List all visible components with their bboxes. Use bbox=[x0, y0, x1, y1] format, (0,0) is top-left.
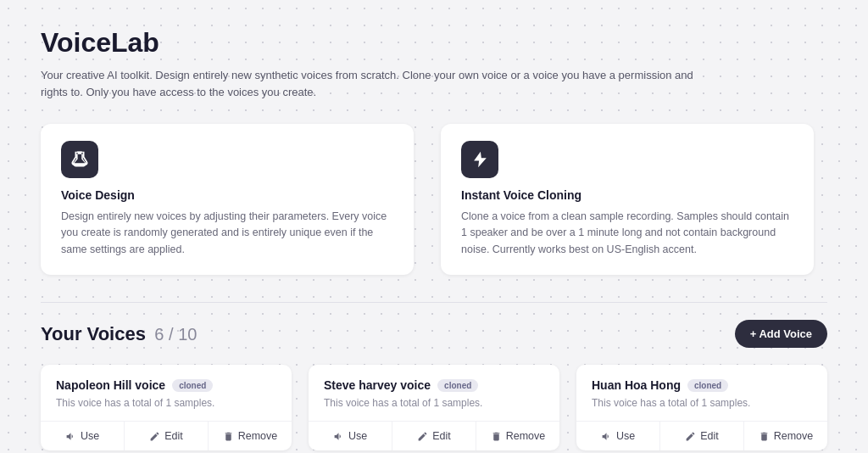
bolt-icon bbox=[461, 141, 498, 178]
voice-edit-button-2[interactable]: Edit bbox=[660, 422, 744, 450]
voice-edit-button-0[interactable]: Edit bbox=[125, 422, 209, 450]
voices-header: Your Voices 6 / 10 + Add Voice bbox=[41, 302, 827, 348]
voice-use-button-1[interactable]: Use bbox=[309, 422, 392, 450]
add-voice-button[interactable]: + Add Voice bbox=[735, 320, 827, 348]
voice-use-button-2[interactable]: Use bbox=[576, 422, 660, 450]
voice-design-card[interactable]: Voice Design Design entirely new voices … bbox=[41, 124, 414, 275]
voice-card-1: Steve harvey voice cloned This voice has… bbox=[309, 365, 559, 450]
voice-name-0: Napoleon Hill voice bbox=[56, 378, 165, 392]
voice-use-button-0[interactable]: Use bbox=[41, 422, 125, 450]
instant-voice-cloning-card[interactable]: Instant Voice Cloning Clone a voice from… bbox=[441, 124, 814, 275]
voice-edit-button-1[interactable]: Edit bbox=[392, 422, 476, 450]
instant-voice-cloning-title: Instant Voice Cloning bbox=[461, 188, 793, 202]
voice-badge-2: cloned bbox=[687, 379, 728, 392]
voice-actions-2: Use Edit Remove bbox=[576, 421, 827, 450]
voice-remove-button-0[interactable]: Remove bbox=[209, 422, 292, 450]
voice-samples-1: This voice has a total of 1 samples. bbox=[324, 397, 544, 409]
voice-badge-0: cloned bbox=[172, 379, 213, 392]
voice-badge-1: cloned bbox=[437, 379, 478, 392]
voice-samples-2: This voice has a total of 1 samples. bbox=[592, 397, 812, 409]
page-title: VoiceLab bbox=[41, 27, 827, 59]
voice-actions-1: Use Edit Remove bbox=[309, 421, 559, 450]
voice-card-2: Huan Hoa Hong cloned This voice has a to… bbox=[576, 365, 827, 450]
voice-cards-row: Napoleon Hill voice cloned This voice ha… bbox=[41, 365, 827, 450]
voice-samples-0: This voice has a total of 1 samples. bbox=[56, 397, 276, 409]
voices-title: Your Voices 6 / 10 bbox=[41, 323, 197, 345]
voice-design-desc: Design entirely new voices by adjusting … bbox=[61, 209, 393, 258]
voice-actions-0: Use Edit Remove bbox=[41, 421, 292, 450]
voice-card-0: Napoleon Hill voice cloned This voice ha… bbox=[41, 365, 292, 450]
voice-name-1: Steve harvey voice bbox=[324, 378, 431, 392]
voice-design-title: Voice Design bbox=[61, 188, 393, 202]
voice-name-2: Huan Hoa Hong bbox=[592, 378, 681, 392]
feature-cards: Voice Design Design entirely new voices … bbox=[41, 124, 827, 275]
voice-remove-button-2[interactable]: Remove bbox=[744, 422, 827, 450]
voice-remove-button-1[interactable]: Remove bbox=[476, 422, 559, 450]
page-description: Your creative AI toolkit. Design entirel… bbox=[41, 67, 702, 100]
instant-voice-cloning-desc: Clone a voice from a clean sample record… bbox=[461, 209, 793, 258]
flask-icon bbox=[61, 141, 98, 178]
